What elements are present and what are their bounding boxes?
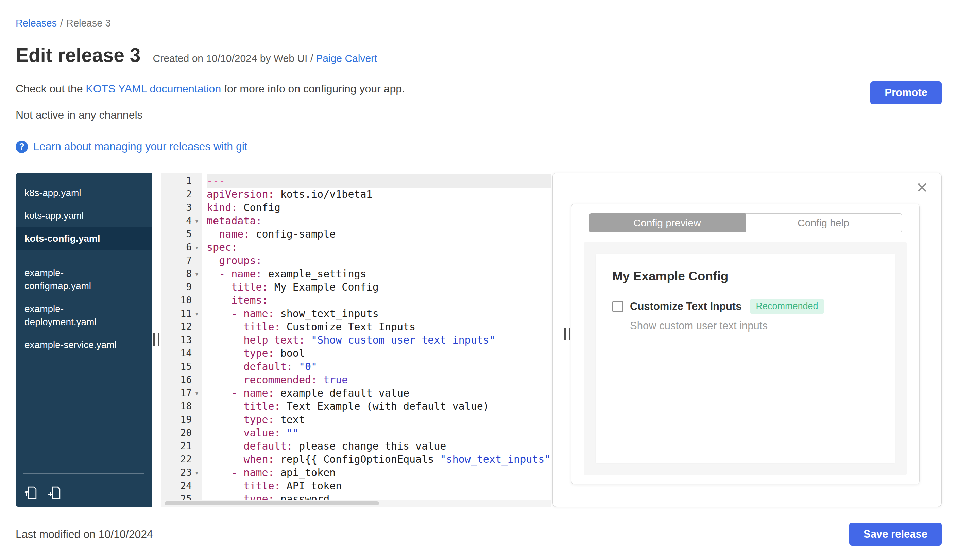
yaml-editor[interactable]: 1234▾56▾78▾91011▾121314151617▾1819202122…	[161, 172, 551, 507]
promote-button[interactable]: Promote	[870, 81, 942, 104]
file-item-kots-app.yaml[interactable]: kots-app.yaml	[16, 204, 152, 227]
gutter-line-20: 20	[161, 426, 202, 439]
editor-horizontal-scrollbar[interactable]	[161, 500, 551, 507]
file-list-secondary: example-configmap.yamlexample-deployment…	[16, 261, 152, 356]
config-item: Customize Text Inputs Recommended	[612, 299, 879, 314]
gutter-line-12: 12	[161, 320, 202, 333]
code-line-24[interactable]: title: API token	[207, 479, 551, 492]
sidebar-icons	[16, 479, 152, 504]
gutter-line-17: 17▾	[161, 386, 202, 400]
code-line-21[interactable]: default: please change this value	[207, 439, 551, 452]
gutter-line-3: 3	[161, 201, 202, 214]
gutter-line-13: 13	[161, 333, 202, 346]
config-item-help: Show custom user text inputs	[630, 320, 879, 332]
code-line-4[interactable]: metadata:	[207, 214, 551, 227]
preview-resize-handle[interactable]	[564, 327, 571, 340]
code-line-19[interactable]: type: text	[207, 413, 551, 426]
editor-gutter: 1234▾56▾78▾91011▾121314151617▾1819202122…	[161, 173, 202, 507]
gutter-line-11: 11▾	[161, 307, 202, 320]
breadcrumb-current: Release 3	[66, 18, 111, 28]
customize-text-inputs-checkbox[interactable]	[612, 301, 623, 312]
sidebar-bottom	[16, 468, 152, 504]
code-line-5[interactable]: name: config-sample	[207, 227, 551, 240]
gutter-line-2: 2	[161, 188, 202, 201]
release-editor-workspace: k8s-app.yamlkots-app.yamlkots-config.yam…	[16, 172, 942, 507]
code-line-13[interactable]: help_text: "Show custom user text inputs…	[207, 333, 551, 346]
last-modified: Last modified on 10/10/2024	[16, 528, 153, 541]
upload-file-icon[interactable]	[24, 486, 38, 500]
file-list-primary: k8s-app.yamlkots-app.yamlkots-config.yam…	[16, 182, 152, 250]
code-line-8[interactable]: - name: example_settings	[207, 267, 551, 280]
gutter-line-24: 24	[161, 479, 202, 492]
code-line-16[interactable]: recommended: true	[207, 373, 551, 386]
sidebar-bottom-divider	[23, 473, 144, 474]
created-info: Created on 10/10/2024 by Web UI / Paige …	[153, 53, 377, 64]
fold-toggle-icon[interactable]: ▾	[192, 243, 202, 252]
code-line-6[interactable]: spec:	[207, 240, 551, 254]
created-text: Created on 10/10/2024 by Web UI /	[153, 53, 316, 64]
code-line-9[interactable]: title: My Example Config	[207, 280, 551, 294]
config-item-label: Customize Text Inputs	[630, 301, 741, 313]
code-line-15[interactable]: default: "0"	[207, 360, 551, 373]
gutter-line-14: 14	[161, 346, 202, 360]
fold-toggle-icon[interactable]: ▾	[192, 217, 202, 225]
sidebar-resize-handle[interactable]	[153, 333, 159, 346]
code-line-12[interactable]: title: Customize Text Inputs	[207, 320, 551, 333]
git-releases-link[interactable]: Learn about managing your releases with …	[33, 140, 247, 153]
breadcrumb: Releases/Release 3	[16, 18, 942, 29]
kots-docs-link[interactable]: KOTS YAML documentation	[86, 82, 221, 95]
file-item-kots-config.yaml[interactable]: kots-config.yaml	[16, 227, 152, 250]
code-line-20[interactable]: value: ""	[207, 426, 551, 439]
file-sidebar: k8s-app.yamlkots-app.yamlkots-config.yam…	[16, 172, 152, 507]
git-row: ? Learn about managing your releases wit…	[16, 140, 942, 153]
code-line-22[interactable]: when: repl{{ ConfigOptionEquals "show_te…	[207, 452, 551, 466]
fold-toggle-icon[interactable]: ▾	[192, 270, 202, 278]
gutter-line-18: 18	[161, 400, 202, 413]
code-line-7[interactable]: groups:	[207, 254, 551, 267]
footer: Last modified on 10/10/2024 Save release	[16, 523, 942, 546]
channel-status: Not active in any channels	[16, 109, 942, 121]
scrollbar-thumb[interactable]	[165, 501, 379, 505]
gutter-line-4: 4▾	[161, 214, 202, 227]
code-line-17[interactable]: - name: example_default_value	[207, 386, 551, 400]
title-row: Edit release 3 Created on 10/10/2024 by …	[16, 44, 942, 66]
editor-code[interactable]: ---apiVersion: kots.io/v1beta1kind: Conf…	[202, 173, 551, 507]
file-item-example-deployment.yaml[interactable]: example-deployment.yaml	[16, 297, 152, 333]
breadcrumb-releases-link[interactable]: Releases	[16, 18, 57, 28]
fold-toggle-icon[interactable]: ▾	[192, 468, 202, 477]
code-line-14[interactable]: type: bool	[207, 346, 551, 360]
code-line-2[interactable]: apiVersion: kots.io/v1beta1	[207, 188, 551, 201]
gutter-line-5: 5	[161, 227, 202, 240]
gutter-line-8: 8▾	[161, 267, 202, 280]
gutter-line-23: 23▾	[161, 466, 202, 479]
fold-toggle-icon[interactable]: ▾	[192, 389, 202, 397]
tab-config-preview[interactable]: Config preview	[589, 214, 745, 233]
code-line-18[interactable]: title: Text Example (with default value)	[207, 400, 551, 413]
code-line-1[interactable]: ---	[207, 174, 551, 188]
code-line-23[interactable]: - name: api_token	[207, 466, 551, 479]
new-file-icon[interactable]	[48, 486, 62, 500]
preview-tabs: Config previewConfig help	[584, 214, 907, 233]
code-line-11[interactable]: - name: show_text_inputs	[207, 307, 551, 320]
config-card: My Example Config Customize Text Inputs …	[596, 254, 895, 463]
file-item-k8s-app.yaml[interactable]: k8s-app.yaml	[16, 182, 152, 204]
docs-prefix: Check out the	[16, 82, 86, 95]
gutter-line-15: 15	[161, 360, 202, 373]
docs-suffix: for more info on configuring your app.	[221, 82, 405, 95]
author-link[interactable]: Paige Calvert	[316, 53, 377, 64]
preview-card: Config previewConfig help My Example Con…	[571, 204, 920, 484]
code-line-10[interactable]: items:	[207, 294, 551, 307]
tab-config-help[interactable]: Config help	[745, 214, 902, 233]
config-group-title: My Example Config	[612, 269, 879, 283]
file-item-example-configmap.yaml[interactable]: example-configmap.yaml	[16, 261, 152, 297]
gutter-line-7: 7	[161, 254, 202, 267]
page-title: Edit release 3	[16, 44, 141, 66]
save-release-button[interactable]: Save release	[849, 523, 942, 546]
close-icon[interactable]: ×	[917, 178, 928, 197]
gutter-line-22: 22	[161, 452, 202, 466]
help-question-icon: ?	[16, 141, 28, 153]
fold-toggle-icon[interactable]: ▾	[192, 310, 202, 318]
file-item-example-service.yaml[interactable]: example-service.yaml	[16, 333, 152, 356]
recommended-badge: Recommended	[750, 299, 823, 314]
code-line-3[interactable]: kind: Config	[207, 201, 551, 214]
